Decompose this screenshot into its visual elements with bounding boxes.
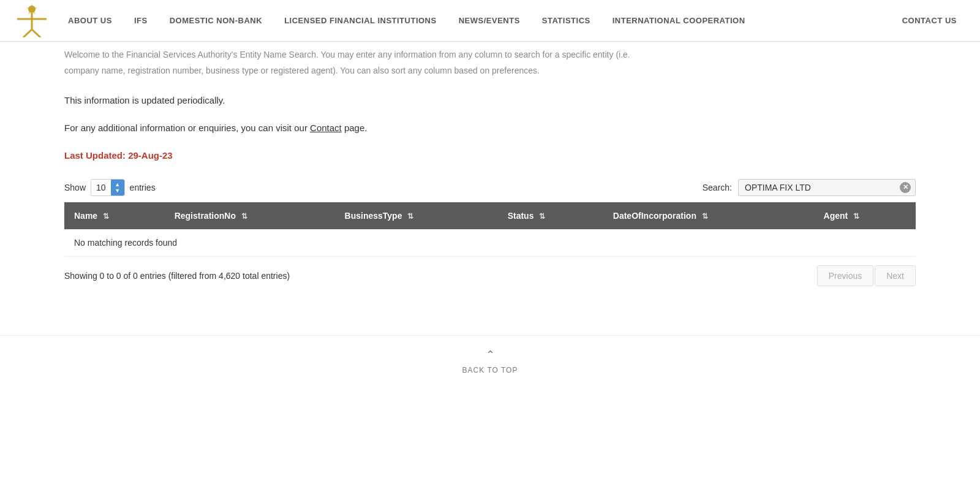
entries-label: entries xyxy=(130,183,156,192)
navbar-links: ABOUT US IFS DOMESTIC NON-BANK LICENSED … xyxy=(57,0,968,42)
sidebar-item-international-cooperation[interactable]: INTERNATIONAL COOPERATION xyxy=(601,0,756,42)
intro-line1: Welcome to the Financial Services Author… xyxy=(64,48,916,61)
enquiry-text: For any additional information or enquir… xyxy=(64,123,916,133)
contact-us-nav[interactable]: CONTACT US xyxy=(891,0,968,42)
sidebar-item-domestic-non-bank[interactable]: DOMESTIC NON-BANK xyxy=(159,0,274,42)
col-status-label: Status xyxy=(508,211,534,221)
sort-status-icon: ⇅ xyxy=(539,212,545,221)
main-content: Welcome to the Financial Services Author… xyxy=(18,42,962,311)
col-name[interactable]: Name ⇅ xyxy=(64,202,165,229)
table-header-row: Name ⇅ RegistrationNo ⇅ BusinessType ⇅ S… xyxy=(64,202,916,229)
table-controls: Show 10 ▲ ▼ entries Search: ✕ xyxy=(64,179,916,196)
sidebar-item-licensed-financial[interactable]: LICENSED FINANCIAL INSTITUTIONS xyxy=(273,0,448,42)
search-label: Search: xyxy=(703,183,732,192)
previous-button[interactable]: Previous xyxy=(817,265,873,286)
last-updated-date: 29-Aug-23 xyxy=(128,150,173,161)
search-input[interactable] xyxy=(738,179,916,196)
intro-line2: company name, registration number, busin… xyxy=(64,64,916,77)
col-reg-no-label: RegistrationNo xyxy=(175,211,236,221)
entries-value: 10 xyxy=(91,180,111,196)
sort-agent-icon: ⇅ xyxy=(853,212,859,221)
pagination-buttons: Previous Next xyxy=(817,265,916,286)
contact-link[interactable]: Contact xyxy=(310,123,342,133)
sort-date-icon: ⇅ xyxy=(702,212,708,221)
info-updated-text: This information is updated periodically… xyxy=(64,95,916,105)
sidebar-item-ifs[interactable]: IFS xyxy=(123,0,159,42)
last-updated-label: Last Updated: xyxy=(64,150,126,161)
col-date[interactable]: DateOfIncorporation ⇅ xyxy=(603,202,814,229)
footer: ⌃ BACK TO TOP xyxy=(0,335,980,381)
back-to-top-text[interactable]: BACK TO TOP xyxy=(462,366,518,374)
show-label: Show xyxy=(64,183,86,192)
col-reg-no[interactable]: RegistrationNo ⇅ xyxy=(165,202,335,229)
sort-business-icon: ⇅ xyxy=(407,212,413,221)
navbar: ABOUT US IFS DOMESTIC NON-BANK LICENSED … xyxy=(0,0,980,42)
sort-reg-icon: ⇅ xyxy=(241,212,247,221)
sort-name-icon: ⇅ xyxy=(103,212,109,221)
col-date-label: DateOfIncorporation xyxy=(613,211,696,221)
logo[interactable] xyxy=(12,2,52,39)
spin-up-icon[interactable]: ▲ xyxy=(115,181,120,188)
col-status[interactable]: Status ⇅ xyxy=(498,202,603,229)
no-records-row: No matching records found xyxy=(64,229,916,257)
col-agent[interactable]: Agent ⇅ xyxy=(814,202,916,229)
enquiry-prefix: For any additional information or enquir… xyxy=(64,123,307,133)
search-area: Search: ✕ xyxy=(703,179,916,196)
search-clear-button[interactable]: ✕ xyxy=(900,182,911,193)
col-agent-label: Agent xyxy=(824,211,848,221)
svg-line-3 xyxy=(23,29,32,37)
sidebar-item-about-us[interactable]: ABOUT US xyxy=(57,0,123,42)
entries-spinner[interactable]: ▲ ▼ xyxy=(111,180,124,196)
entries-select[interactable]: 10 ▲ ▼ xyxy=(91,179,125,196)
sidebar-item-news-events[interactable]: NEWS/EVENTS xyxy=(448,0,531,42)
back-to-top-arrow-icon: ⌃ xyxy=(0,348,980,362)
next-button[interactable]: Next xyxy=(875,265,916,286)
pagination-area: Showing 0 to 0 of 0 entries (filtered fr… xyxy=(64,265,916,286)
data-table: Name ⇅ RegistrationNo ⇅ BusinessType ⇅ S… xyxy=(64,202,916,257)
svg-line-4 xyxy=(32,29,40,37)
show-entries: Show 10 ▲ ▼ entries xyxy=(64,179,156,196)
sidebar-item-statistics[interactable]: STATISTICS xyxy=(531,0,601,42)
col-name-label: Name xyxy=(74,211,97,221)
last-updated: Last Updated: 29-Aug-23 xyxy=(64,150,916,161)
col-business-type-label: BusinessType xyxy=(345,211,402,221)
enquiry-suffix: page. xyxy=(344,123,368,133)
col-business-type[interactable]: BusinessType ⇅ xyxy=(335,202,498,229)
spin-down-icon[interactable]: ▼ xyxy=(115,188,120,194)
entries-info: Showing 0 to 0 of 0 entries (filtered fr… xyxy=(64,271,290,281)
search-box: ✕ xyxy=(738,179,916,196)
no-records-message: No matching records found xyxy=(64,229,916,257)
